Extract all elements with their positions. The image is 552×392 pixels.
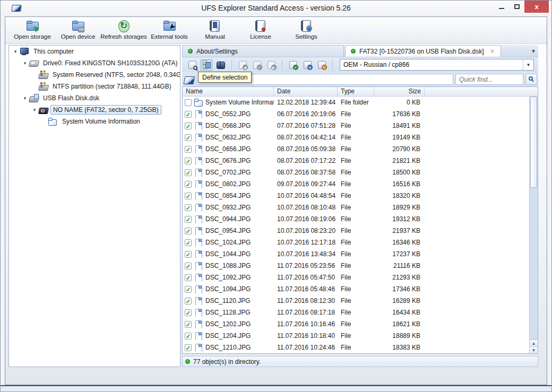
- window-title: UFS Explorer Standard Access - version 5…: [1, 4, 551, 12]
- recover-next-button[interactable]: ▶: [265, 59, 277, 71]
- row-checkbox[interactable]: ✓: [185, 158, 192, 164]
- toolbar-button-label: License: [250, 33, 271, 40]
- search-button[interactable]: [525, 74, 537, 85]
- table-row[interactable]: ✓ DSC_1044.JPG 10.07.2016 13:48:34 File …: [183, 248, 529, 260]
- row-checkbox[interactable]: ✓: [185, 111, 192, 118]
- table-row[interactable]: ✓ DSC_1128.JPG 11.07.2016 08:17:18 File …: [183, 307, 529, 318]
- row-checkbox[interactable]: ✓: [185, 298, 192, 304]
- settings-button[interactable]: ⚙ Settings: [283, 19, 329, 43]
- scroll-up-button[interactable]: ▲: [530, 339, 538, 346]
- row-checkbox[interactable]: ✓: [185, 146, 192, 153]
- save-selection-button[interactable]: [186, 59, 198, 71]
- open-device-button[interactable]: Open device: [55, 19, 101, 43]
- row-checkbox[interactable]: ✓: [185, 123, 192, 129]
- table-row[interactable]: ✓ DSC_0552.JPG 06.07.2016 20:19:06 File …: [183, 108, 529, 120]
- row-checkbox[interactable]: ✓: [185, 274, 192, 281]
- maximize-button[interactable]: [509, 1, 524, 13]
- row-checkbox[interactable]: ✓: [185, 181, 192, 188]
- table-row[interactable]: ✓ DSC_0568.JPG 07.07.2016 07:51:28 File …: [183, 120, 529, 132]
- open-storage-button[interactable]: Open storage: [10, 19, 55, 43]
- tree-item-folder[interactable]: System Volume Information: [9, 116, 180, 127]
- close-button[interactable]: x: [524, 1, 549, 13]
- verify-file-button[interactable]: ✓: [287, 59, 299, 71]
- table-row[interactable]: ✓ DSC_1204.JPG 11.07.2016 10:18:40 File …: [183, 330, 529, 342]
- computer-icon: [20, 47, 29, 56]
- tree-item-dskimg[interactable]: ▾ USB Flash Disk.dsk: [9, 92, 180, 104]
- row-checkbox[interactable]: ✓: [185, 216, 192, 223]
- row-checkbox[interactable]: ✓: [185, 169, 192, 176]
- tree-item-win[interactable]: NTFS partition (sector 718848, 111.44GB): [9, 81, 180, 92]
- table-row[interactable]: ✓ DSC_0954.JPG 10.07.2016 08:23:20 File …: [183, 225, 529, 237]
- external-tools-button[interactable]: ➤ External tools: [146, 19, 192, 43]
- find-button[interactable]: [215, 59, 227, 71]
- recover-status-button[interactable]: ✓: [251, 59, 263, 71]
- row-checkbox[interactable]: ✓: [185, 193, 192, 199]
- write-disk-button[interactable]: ✎: [316, 59, 327, 71]
- tree-item-win[interactable]: System Reserved (NTFS, sector 2048, 0.34…: [9, 69, 180, 81]
- table-row[interactable]: ✓ DSC_0702.JPG 08.07.2016 08:37:58 File …: [183, 167, 529, 178]
- row-checkbox[interactable]: [185, 99, 192, 106]
- define-selection-button[interactable]: ✓✓: [201, 59, 212, 71]
- expander-icon[interactable]: ▾: [31, 107, 38, 112]
- row-checkbox[interactable]: ✓: [185, 321, 192, 328]
- scrollbar-thumb[interactable]: [530, 97, 537, 188]
- table-row[interactable]: ✓ DSC_1024.JPG 10.07.2016 12:17:18 File …: [183, 237, 529, 248]
- table-row[interactable]: ✓ DSC_0802.JPG 09.07.2016 09:27:44 File …: [183, 178, 529, 190]
- row-checkbox[interactable]: ✓: [185, 309, 192, 316]
- vertical-scrollbar[interactable]: ▲ ▼: [529, 97, 538, 353]
- expander-icon[interactable]: ▾: [12, 49, 19, 54]
- tree-item-hdd[interactable]: ▾ Drive0: Fixed KINGSTON SH103S3120G (AT…: [9, 57, 180, 69]
- quick-find-input[interactable]: [455, 74, 523, 85]
- row-checkbox[interactable]: ✓: [185, 333, 192, 339]
- row-checkbox[interactable]: ✓: [185, 134, 192, 141]
- storage-tree: ▾ This computer ▾ Drive0: Fixed KINGSTON…: [8, 45, 180, 367]
- tree-item-fat[interactable]: ▾ NO NAME (FAT32, sector 0, 7.25GB): [9, 104, 180, 116]
- row-checkbox[interactable]: ✓: [185, 204, 192, 211]
- column-header-type[interactable]: Type: [338, 87, 374, 96]
- column-header-size[interactable]: Size: [374, 87, 425, 96]
- license-button[interactable]: License: [238, 19, 283, 43]
- table-row[interactable]: System Volume Information 12.02.2018 12:…: [183, 97, 529, 108]
- file-icon: [194, 285, 203, 293]
- table-row[interactable]: ✓ DSC_0854.JPG 10.07.2016 04:48:54 File …: [183, 190, 529, 202]
- row-checkbox[interactable]: ✓: [185, 286, 192, 293]
- tab-fat32[interactable]: FAT32 [0-15220736 on USB Flash Disk.dsk]…: [345, 45, 501, 57]
- tree-item-computer[interactable]: ▾ This computer: [9, 46, 180, 57]
- encoding-select[interactable]: OEM - Russian / cp866 ▼: [340, 59, 534, 71]
- expander-icon[interactable]: ▾: [22, 95, 28, 101]
- table-row[interactable]: ✓ DSC_1088.JPG 11.07.2016 05:23:56 File …: [183, 260, 529, 272]
- column-header-date[interactable]: Date: [274, 87, 338, 96]
- table-row[interactable]: ✓ DSC_1210.JPG 11.07.2016 10:24:46 File …: [183, 342, 529, 353]
- tab-about-settings[interactable]: About/Settings: [182, 45, 344, 57]
- tab-label: FAT32 [0-15220736 on USB Flash Disk.dsk]: [359, 48, 484, 55]
- column-header-name[interactable]: Name: [183, 87, 274, 96]
- row-checkbox[interactable]: ✓: [185, 344, 192, 351]
- recover-prev-button[interactable]: ◀: [237, 59, 248, 71]
- tab-list-dropdown-icon[interactable]: ▼: [531, 48, 538, 54]
- table-row[interactable]: ✓ DSC_0632.JPG 08.07.2016 04:42:14 File …: [183, 132, 529, 143]
- chevron-down-icon[interactable]: ▼: [523, 59, 533, 70]
- expander-icon[interactable]: ▾: [22, 60, 28, 66]
- table-row[interactable]: ✓ DSC_0944.JPG 10.07.2016 08:19:06 File …: [183, 213, 529, 225]
- row-checkbox[interactable]: ✓: [185, 239, 192, 246]
- table-row[interactable]: ✓ DSC_0932.JPG 10.07.2016 08:10:48 File …: [183, 202, 529, 213]
- table-row[interactable]: ✓ DSC_1094.JPG 11.07.2016 05:48:46 File …: [183, 283, 529, 295]
- tab-close-icon[interactable]: ×: [489, 48, 495, 55]
- table-row[interactable]: ✓ DSC_0676.JPG 08.07.2016 07:17:22 File …: [183, 155, 529, 167]
- row-checkbox[interactable]: ✓: [185, 228, 192, 234]
- table-row[interactable]: ✓ DSC_0656.JPG 08.07.2016 05:09:38 File …: [183, 143, 529, 155]
- status-bar: 77 object(s) in directory.: [182, 356, 538, 367]
- minimize-button[interactable]: [494, 1, 509, 13]
- refresh-storages-button[interactable]: ↻ Refresh storages: [101, 19, 146, 43]
- row-checkbox[interactable]: ✓: [185, 263, 192, 269]
- manual-button[interactable]: Manual: [192, 19, 238, 43]
- tab-status-icon: [188, 49, 193, 54]
- scroll-down-button[interactable]: ▼: [530, 346, 538, 353]
- file-icon: [194, 297, 203, 305]
- table-row[interactable]: ✓ DSC_1120.JPG 11.07.2016 08:12:30 File …: [183, 295, 529, 307]
- recover-status-icon: ✓: [253, 61, 261, 69]
- table-row[interactable]: ✓ DSC_1092.JPG 11.07.2016 05:47:50 File …: [183, 272, 529, 283]
- table-row[interactable]: ✓ DSC_1202.JPG 11.07.2016 10:16:46 File …: [183, 318, 529, 330]
- row-checkbox[interactable]: ✓: [185, 251, 192, 258]
- export-file-button[interactable]: ➜: [301, 59, 313, 71]
